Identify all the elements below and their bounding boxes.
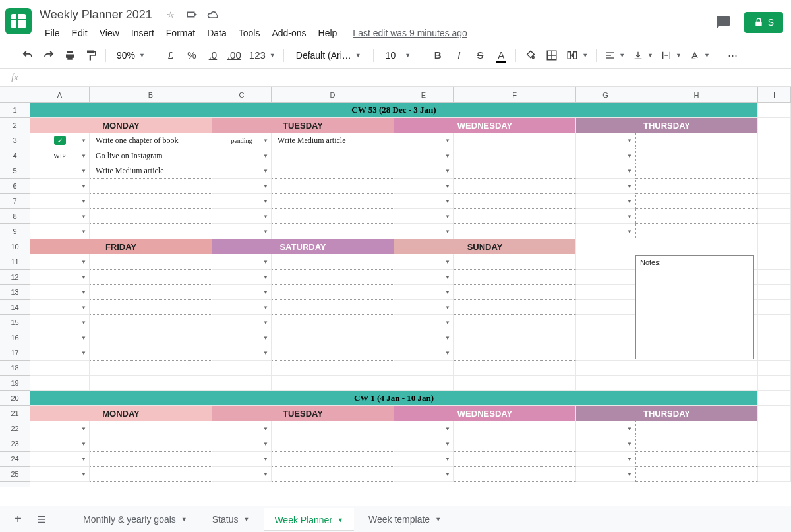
dropdown-arrow-icon[interactable]: ▼: [263, 350, 268, 356]
cell[interactable]: ▼: [212, 452, 272, 467]
cell[interactable]: [635, 436, 758, 452]
cell[interactable]: [758, 179, 791, 194]
dropdown-arrow-icon[interactable]: ▼: [81, 471, 86, 477]
day-header[interactable]: TUESDAY: [212, 406, 394, 421]
cell[interactable]: [576, 330, 635, 345]
cell[interactable]: ▼: [212, 315, 272, 330]
col-header-D[interactable]: D: [272, 87, 394, 102]
cell[interactable]: ▼: [576, 224, 635, 239]
dropdown-arrow-icon[interactable]: ▼: [445, 214, 450, 220]
dropdown-arrow-icon[interactable]: ▼: [263, 441, 268, 447]
cell[interactable]: [272, 254, 394, 270]
cell[interactable]: [758, 436, 791, 452]
cell[interactable]: [90, 224, 212, 239]
cell[interactable]: [394, 376, 454, 391]
cell[interactable]: [758, 406, 791, 421]
cell[interactable]: [454, 452, 576, 467]
day-header[interactable]: MONDAY: [30, 118, 212, 133]
cell[interactable]: ▼: [212, 224, 272, 239]
day-header[interactable]: THURSDAY: [576, 406, 758, 421]
cell[interactable]: [30, 376, 90, 391]
cell[interactable]: [272, 436, 394, 452]
cell[interactable]: [454, 345, 576, 361]
dropdown-arrow-icon[interactable]: ▼: [263, 214, 268, 220]
cell[interactable]: ▼: [30, 345, 90, 361]
cell[interactable]: [635, 148, 758, 163]
document-title[interactable]: Weekly Planner 2021: [40, 8, 152, 22]
dropdown-arrow-icon[interactable]: ▼: [445, 350, 450, 356]
last-edit-link[interactable]: Last edit was 9 minutes ago: [353, 28, 467, 38]
dropdown-arrow-icon[interactable]: ▼: [627, 229, 632, 235]
dropdown-arrow-icon[interactable]: ▼: [445, 259, 450, 265]
cell[interactable]: [576, 361, 635, 376]
cell[interactable]: [758, 270, 791, 285]
cell[interactable]: [635, 361, 758, 376]
menu-help[interactable]: Help: [313, 25, 343, 41]
cell[interactable]: ▼: [212, 345, 272, 361]
dropdown-arrow-icon[interactable]: ▼: [627, 168, 632, 174]
dropdown-arrow-icon[interactable]: ▼: [627, 426, 632, 432]
font-select[interactable]: Default (Ari…▼: [289, 50, 368, 61]
dropdown-arrow-icon[interactable]: ▼: [445, 138, 450, 144]
v-align-button[interactable]: ▼: [630, 46, 656, 65]
cell[interactable]: [758, 254, 791, 270]
cell[interactable]: ▼: [30, 270, 90, 285]
cell[interactable]: ▼: [576, 163, 635, 179]
row-header-5[interactable]: 5: [0, 163, 30, 179]
cell[interactable]: [635, 467, 758, 482]
cell[interactable]: [90, 452, 212, 467]
col-header-G[interactable]: G: [576, 87, 635, 102]
cloud-status-icon[interactable]: [206, 8, 220, 21]
cell[interactable]: ▼: [394, 452, 454, 467]
cell[interactable]: [758, 133, 791, 148]
italic-button[interactable]: I: [450, 46, 468, 65]
cell[interactable]: [90, 345, 212, 361]
cell[interactable]: ▼: [394, 436, 454, 452]
cell[interactable]: [758, 421, 791, 436]
dropdown-arrow-icon[interactable]: ▼: [263, 320, 268, 326]
dropdown-arrow-icon[interactable]: ▼: [445, 183, 450, 189]
cell[interactable]: [272, 300, 394, 315]
row-header-1[interactable]: 1: [0, 103, 30, 118]
dropdown-arrow-icon[interactable]: ▼: [445, 168, 450, 174]
cells-area[interactable]: CW 53 (28 Dec - 3 Jan)MONDAYTUESDAYWEDNE…: [30, 103, 791, 487]
text-rotation-button[interactable]: ▼: [687, 46, 713, 65]
cell[interactable]: [90, 285, 212, 300]
col-header-H[interactable]: H: [635, 87, 758, 102]
dropdown-arrow-icon[interactable]: ▼: [81, 320, 86, 326]
dropdown-arrow-icon[interactable]: ▼: [81, 289, 86, 295]
cell[interactable]: ▼: [212, 300, 272, 315]
row-header-3[interactable]: 3: [0, 133, 30, 148]
dropdown-arrow-icon[interactable]: ▼: [627, 138, 632, 144]
dropdown-arrow-icon[interactable]: ▼: [81, 229, 86, 235]
cell[interactable]: [272, 361, 394, 376]
cell[interactable]: [758, 118, 791, 133]
cell[interactable]: [212, 376, 272, 391]
dropdown-arrow-icon[interactable]: ▼: [627, 153, 632, 159]
row-header-18[interactable]: 18: [0, 361, 30, 376]
dropdown-arrow-icon[interactable]: ▼: [627, 471, 632, 477]
cell[interactable]: [454, 330, 576, 345]
dropdown-arrow-icon[interactable]: ▼: [627, 456, 632, 462]
cell[interactable]: ▼: [576, 467, 635, 482]
cell[interactable]: Write Medium article: [90, 163, 212, 179]
paint-format-button[interactable]: [82, 46, 100, 65]
cell[interactable]: ▼: [394, 179, 454, 194]
row-header-20[interactable]: 20: [0, 391, 30, 406]
cell[interactable]: [454, 376, 576, 391]
dropdown-arrow-icon[interactable]: ▼: [263, 289, 268, 295]
cell[interactable]: [454, 315, 576, 330]
cell[interactable]: [454, 163, 576, 179]
cell[interactable]: [635, 163, 758, 179]
dropdown-arrow-icon[interactable]: ▼: [445, 229, 450, 235]
dropdown-arrow-icon[interactable]: ▼: [445, 153, 450, 159]
sheet-tab-week-template[interactable]: Week template▼: [358, 509, 452, 530]
dropdown-arrow-icon[interactable]: ▼: [445, 305, 450, 310]
dropdown-arrow-icon[interactable]: ▼: [81, 168, 86, 174]
dropdown-arrow-icon[interactable]: ▼: [81, 259, 86, 265]
cell[interactable]: [454, 436, 576, 452]
cell[interactable]: ▼: [30, 224, 90, 239]
row-header-13[interactable]: 13: [0, 285, 30, 300]
dropdown-arrow-icon[interactable]: ▼: [445, 456, 450, 462]
cell[interactable]: ▼: [212, 194, 272, 209]
